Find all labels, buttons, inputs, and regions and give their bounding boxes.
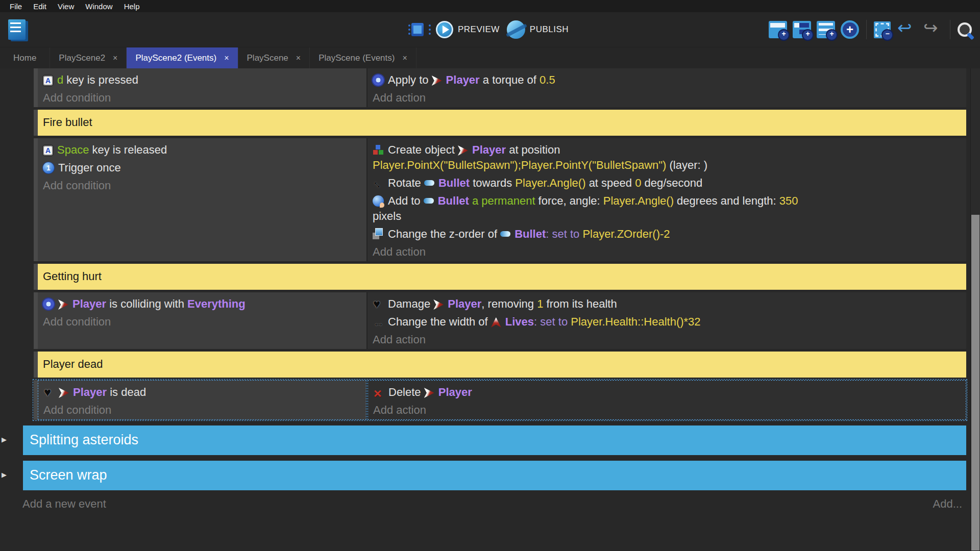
group-title[interactable]: Screen wrap [23,461,966,490]
add-action-button[interactable]: Add action [373,400,966,418]
conditions-cell[interactable]: Player is deadAdd condition [38,380,366,420]
gdevelop-logo-icon[interactable] [8,19,26,40]
tab-label: Home [13,53,36,63]
condition-item[interactable]: Player is dead [43,382,366,400]
preview-button[interactable]: PREVIEW [436,21,500,38]
action-item[interactable]: pixels [373,209,966,224]
text-segment: key is released [89,143,167,156]
group-title[interactable]: Splitting asteroids [23,425,966,455]
tab-label: PlayScene [247,53,288,63]
text-segment: pixels [373,210,401,222]
undo-icon[interactable] [896,19,917,40]
comment-text[interactable]: Getting hurt [38,264,966,290]
heart-icon [373,298,384,310]
action-item[interactable]: Damage Player, removing 1 from its healt… [373,294,966,312]
tab-home[interactable]: Home [0,47,50,68]
add-subevent-icon[interactable] [793,21,811,38]
comment-text[interactable]: Fire bullet [38,110,966,136]
add-new-event-button[interactable]: Add a new event [22,497,106,511]
row-drag-handle[interactable] [34,138,38,261]
add-condition-button[interactable]: Add condition [43,176,366,193]
add-condition-button[interactable]: Add condition [43,88,366,106]
condition-item[interactable]: Space key is released [43,140,366,158]
menu-window[interactable]: Window [80,2,118,11]
text-segment: Delete [388,386,424,398]
conditions-cell[interactable]: Player is colliding with EverythingAdd c… [38,292,366,349]
row-drag-handle[interactable] [34,264,38,290]
keyboard-icon [43,76,53,86]
scrollbar-thumb[interactable] [971,215,979,550]
physics-icon [373,74,384,86]
add-action-button[interactable]: Add action [373,88,966,106]
actions-cell[interactable]: Create object Player at positionPlayer.P… [368,138,966,261]
action-item[interactable]: Delete Player [373,382,966,400]
add-condition-button[interactable]: Add condition [43,400,366,418]
add-event-icon[interactable] [769,21,787,38]
actions-cell[interactable]: Apply to Player a torque of 0.5Add actio… [368,68,966,107]
publish-label: PUBLISH [530,24,569,35]
tab-playscene-events[interactable]: PlayScene (Events) × [310,47,416,68]
text-segment: , removing [481,297,537,310]
event-row: Space key is releasedTrigger onceAdd con… [34,138,966,261]
redo-icon[interactable] [922,19,943,40]
tab-close-icon[interactable]: × [296,54,301,63]
publish-icon [507,20,525,39]
debugger-icon[interactable] [411,23,424,36]
add-comment-icon[interactable] [817,21,835,38]
group-collapse-arrow-icon[interactable]: ▶ [2,471,7,479]
action-item[interactable]: Player.PointX("BulletSpawn");Player.Poin… [373,158,966,173]
tab-playscene2[interactable]: PlayScene2 × [50,47,127,68]
action-item[interactable]: Change the z-order of Bullet: set to Pla… [373,224,966,242]
text-segment: at speed [586,177,635,189]
row-drag-handle[interactable] [34,352,38,378]
add-action-button[interactable]: Add action [373,242,966,260]
condition-item[interactable]: Player is colliding with Everything [43,294,366,312]
action-item[interactable]: Add to Bullet a permanent force, angle: … [373,191,966,209]
action-item[interactable]: Apply to Player a torque of 0.5 [373,70,966,88]
conditions-cell[interactable]: Space key is releasedTrigger onceAdd con… [38,138,366,261]
toolbar-separator [950,20,950,39]
action-item[interactable]: Change the width of Lives: set to Player… [373,312,966,330]
actions-cell[interactable]: Delete PlayerAdd action [368,380,966,420]
search-icon[interactable] [958,22,972,37]
player-icon [424,388,434,398]
conditions-cell[interactable]: d key is pressedAdd condition [38,68,366,107]
add-button[interactable]: Add... [933,497,962,511]
row-drag-handle[interactable] [34,292,38,349]
tab-close-icon[interactable]: × [402,54,407,63]
action-item[interactable]: Create object Player at position [373,140,966,158]
menu-edit[interactable]: Edit [28,2,52,11]
add-action-button[interactable]: Add action [373,330,966,347]
tab-close-icon[interactable]: × [113,54,117,63]
menu-file[interactable]: File [4,2,28,11]
preview-play-icon [436,21,453,38]
text-segment: Player [72,297,106,310]
add-circle-icon[interactable] [841,20,859,39]
remove-selection-icon[interactable] [874,21,891,38]
row-drag-handle[interactable] [34,380,38,420]
row-drag-handle[interactable] [34,110,38,136]
player-icon [432,76,442,86]
tab-playscene[interactable]: PlayScene × [238,47,310,68]
text-segment: Player.Angle() [603,194,674,207]
condition-item[interactable]: Trigger once [43,158,366,176]
publish-button[interactable]: PUBLISH [507,20,569,39]
row-drag-handle[interactable] [34,68,38,107]
text-segment: Add to [388,194,424,207]
text-segment: Player [446,73,480,86]
condition-item[interactable]: d key is pressed [43,70,366,88]
events-footer: Add a new event Add... [22,490,966,511]
group-collapse-arrow-icon[interactable]: ▶ [2,436,7,443]
actions-cell[interactable]: Damage Player, removing 1 from its healt… [368,292,966,349]
player-icon [59,388,69,398]
menu-help[interactable]: Help [118,2,145,11]
comment-text[interactable]: Player dead [38,352,966,378]
vertical-scrollbar[interactable] [970,68,980,550]
tab-close-icon[interactable]: × [224,54,229,63]
add-condition-button[interactable]: Add condition [43,312,366,330]
text-segment: Change the z-order of [388,228,500,240]
heart-icon [43,387,55,398]
action-item[interactable]: Rotate Bullet towards Player.Angle() at … [373,173,966,191]
menu-view[interactable]: View [52,2,80,11]
tab-playscene2-events[interactable]: PlayScene2 (Events) × [127,47,238,68]
